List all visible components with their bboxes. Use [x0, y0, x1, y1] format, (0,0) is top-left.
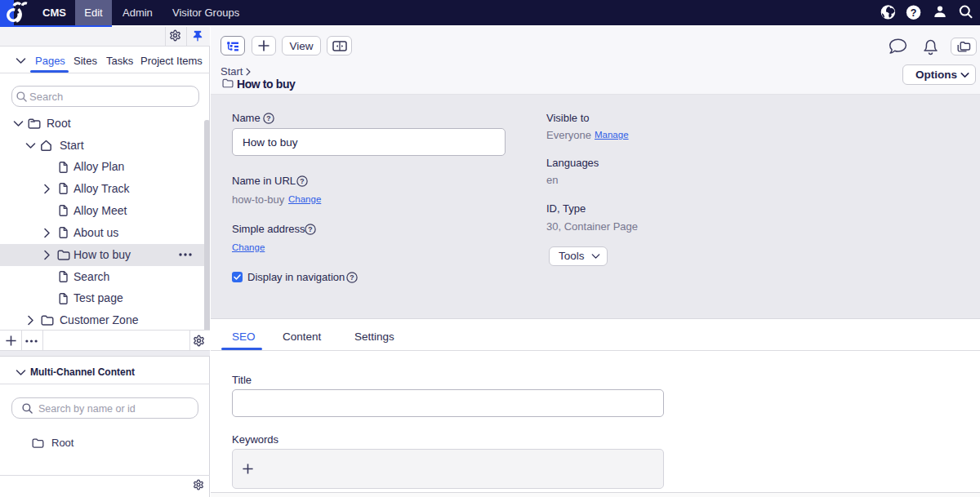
svg-text:?: ?: [911, 7, 917, 19]
